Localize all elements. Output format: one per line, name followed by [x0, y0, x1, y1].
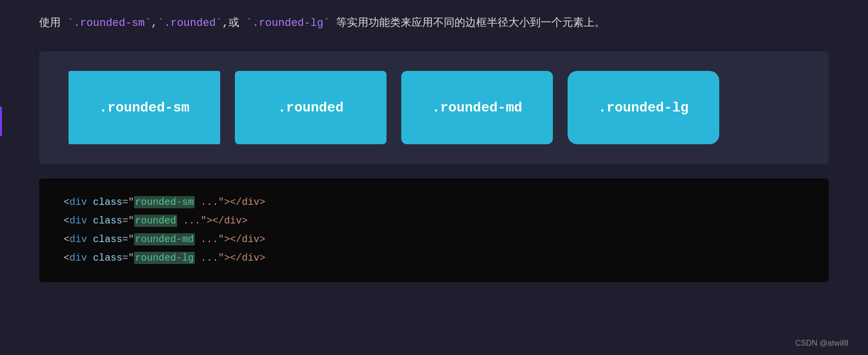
demo-box-sm-label: .rounded-sm: [99, 100, 190, 115]
page-wrapper: 使用 `.rounded-sm`,`.rounded`,或 `.rounded-…: [0, 0, 868, 355]
equals-1: =": [122, 197, 134, 208]
attr-class-3: class: [93, 234, 122, 245]
equals-2: =": [122, 215, 134, 226]
demo-box-md-label: .rounded-md: [432, 100, 523, 115]
left-accent-bar: [0, 107, 2, 136]
attr-post-4: ..."></div>: [195, 252, 265, 264]
attr-class-2: class: [93, 215, 122, 226]
code-line-3: <div class="rounded-md ..."></div>: [64, 230, 804, 249]
highlight-rounded-lg: rounded-lg: [134, 252, 195, 264]
code-line-2: <div class="rounded ..."></div>: [64, 212, 804, 230]
desc-comma2: ,或: [222, 17, 246, 29]
bracket-open-3: <: [64, 234, 69, 245]
code-line-4: <div class="rounded-lg ..."></div>: [64, 249, 804, 267]
bracket-open-1: <: [64, 197, 69, 208]
space-4: [87, 252, 93, 264]
space-3: [87, 234, 93, 245]
attr-class-1: class: [93, 197, 122, 208]
desc-text-after: 等实用功能类来应用不同的边框半径大小到一个元素上。: [330, 17, 605, 29]
equals-4: =": [122, 252, 134, 264]
demo-area: .rounded-sm .rounded .rounded-md .rounde…: [39, 51, 829, 164]
desc-text-before: 使用: [39, 17, 67, 29]
demo-box-rounded-md: .rounded-md: [401, 71, 553, 144]
description-text: 使用 `.rounded-sm`,`.rounded`,或 `.rounded-…: [39, 15, 829, 32]
attr-post-3: ..."></div>: [195, 234, 265, 245]
demo-box-rounded-sm: .rounded-sm: [69, 71, 220, 144]
tag-div-1: div: [69, 197, 87, 208]
highlight-rounded: rounded: [134, 215, 177, 227]
attr-post-2: ..."></div>: [177, 215, 248, 226]
desc-code3: `.rounded-lg`: [246, 17, 330, 29]
highlight-rounded-md: rounded-md: [134, 233, 195, 245]
equals-3: =": [122, 234, 134, 245]
attr-class-4: class: [93, 252, 122, 264]
desc-comma1: ,: [151, 17, 158, 29]
desc-code1: `.rounded-sm`: [67, 17, 151, 29]
credit-text: CSDN @atwillll: [795, 339, 848, 347]
code-line-1: <div class="rounded-sm ..."></div>: [64, 193, 804, 212]
demo-box-rounded: .rounded: [235, 71, 387, 144]
demo-box-lg-label: .rounded-lg: [598, 100, 689, 115]
footer-credit: CSDN @atwillll: [795, 339, 848, 348]
bracket-open-2: <: [64, 215, 69, 226]
code-block: <div class="rounded-sm ..."></div> <div …: [39, 178, 829, 282]
bracket-open-4: <: [64, 252, 69, 264]
demo-box-default-label: .rounded: [278, 100, 343, 115]
tag-div-2: div: [69, 215, 87, 226]
highlight-rounded-sm: rounded-sm: [134, 196, 195, 208]
desc-code2: `.rounded`: [158, 17, 222, 29]
attr-post-1: ..."></div>: [195, 197, 265, 208]
tag-div-4: div: [69, 252, 87, 264]
demo-box-rounded-lg: .rounded-lg: [568, 71, 719, 144]
space-1: [87, 197, 93, 208]
space-2: [87, 215, 93, 226]
tag-div-3: div: [69, 234, 87, 245]
